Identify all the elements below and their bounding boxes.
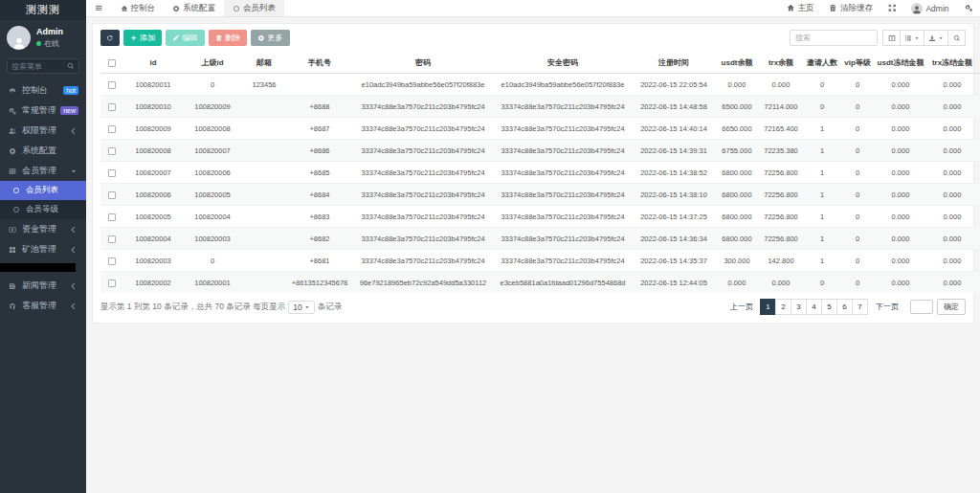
sidebar-item-permission[interactable]: 权限管理 (0, 121, 86, 141)
news-icon (8, 282, 17, 290)
tab-system-config[interactable]: 系统配置 (164, 0, 224, 16)
gears-icon (965, 4, 973, 12)
search-icon (953, 34, 961, 42)
fullscreen-search-button[interactable] (947, 30, 966, 46)
settings-button[interactable] (957, 0, 980, 16)
pencil-icon (172, 34, 180, 42)
sidebar-item-general[interactable]: 常规管理new (0, 101, 86, 121)
table-row: 1008200110123456e10adc3949ba59abbe56e057… (100, 74, 980, 96)
pagination-jump-input[interactable] (910, 300, 933, 314)
row-checkbox[interactable] (108, 169, 116, 177)
table-row: 100820009100820008+868733374c88e3a7570c2… (100, 118, 980, 140)
pagination-page-6[interactable]: 6 (836, 299, 853, 315)
table-row: 100820002100820001+861351234567896e79218… (100, 272, 980, 294)
content: 添加 编辑 删除 更多 id上级id邮箱手机号密码安全密码注册时间usdt余额t… (86, 17, 980, 493)
row-checkbox[interactable] (108, 125, 116, 133)
sidebar-item-system-config[interactable]: 系统配置 (0, 141, 86, 161)
tab-label: 控制台 (131, 3, 156, 14)
pagination-go-button[interactable]: 确定 (937, 299, 966, 315)
redacted-menu-item (0, 263, 76, 272)
topbar-right: 主页 清除缓存 Admin (779, 0, 980, 16)
sidebar-toggle-button[interactable] (86, 0, 112, 16)
user-menu[interactable]: Admin (903, 0, 956, 16)
tab-console[interactable]: 控制台 (112, 0, 165, 16)
home-link[interactable]: 主页 (779, 0, 822, 16)
tab-label: 系统配置 (183, 3, 215, 14)
pagination-page-7[interactable]: 7 (852, 299, 868, 315)
cell-usdt-frozen: 0.000 (874, 184, 927, 206)
refresh-button[interactable] (100, 30, 120, 46)
chevron-left-icon (69, 303, 78, 310)
export-icon (928, 34, 936, 42)
cell-usdt-balance: 6500.000 (715, 96, 759, 118)
topbar-tabs: 控制台系统配置会员列表 (112, 0, 285, 16)
columns-button[interactable] (882, 30, 901, 46)
pagination-page-5[interactable]: 5 (821, 299, 837, 315)
clear-cache-button[interactable]: 清除缓存 (821, 0, 880, 16)
cell-trx-balance: 0.000 (759, 272, 803, 294)
row-checkbox[interactable] (108, 147, 116, 155)
members-table: id上级id邮箱手机号密码安全密码注册时间usdt余额trx余额邀请人数vip等… (100, 53, 980, 293)
row-checkbox[interactable] (108, 235, 116, 243)
row-checkbox[interactable] (108, 191, 116, 199)
pagination-prev[interactable]: 上一页 (725, 299, 758, 315)
row-checkbox[interactable] (108, 280, 116, 287)
pagination-page-1[interactable]: 1 (760, 299, 776, 315)
cell-parent-id: 100820009 (183, 96, 242, 118)
edit-button[interactable]: 编辑 (166, 30, 205, 46)
pagination-page-2[interactable]: 2 (775, 299, 791, 315)
sidebar-search-input[interactable] (11, 62, 67, 71)
row-checkbox[interactable] (108, 81, 116, 89)
row-checkbox[interactable] (108, 213, 116, 221)
select-all-checkbox[interactable] (108, 59, 116, 67)
column-header-vip-level: vip等级 (841, 53, 874, 74)
add-label: 添加 (140, 33, 155, 43)
pagination-page-3[interactable]: 3 (791, 299, 807, 315)
sidebar-item-label: 新闻管理 (22, 280, 56, 292)
sidebar-item-funds[interactable]: 资金管理 (0, 219, 86, 239)
cell-vip-level: 0 (841, 250, 874, 272)
cell-trx-frozen: 0.000 (927, 74, 977, 96)
sidebar-item-news[interactable]: 新闻管理 (0, 276, 86, 296)
sidebar-item-mining-pool[interactable]: 矿池管理 (0, 239, 86, 259)
toggle-view-button[interactable] (900, 30, 924, 46)
page-size-value: 10 (293, 303, 301, 312)
cell-vip-level: 0 (841, 228, 874, 250)
table-search-input[interactable] (790, 30, 878, 46)
sidebar-item-support[interactable]: 客服管理 (0, 296, 86, 316)
pagination-next[interactable]: 下一页 (871, 299, 903, 315)
sidebar-item-console[interactable]: 控制台hot (0, 80, 86, 101)
cell-id: 100820010 (123, 96, 183, 118)
sidebar-item-member[interactable]: 会员管理 (0, 161, 86, 181)
delete-button[interactable]: 删除 (209, 30, 248, 46)
cell-security-password: 33374c88e3a7570c211c203b4795fc24 (493, 184, 633, 206)
export-button[interactable] (924, 30, 948, 46)
cell-email (242, 140, 286, 162)
column-header-phone: 手机号 (286, 53, 353, 74)
sidebar-item-member-list[interactable]: 会员列表 (0, 181, 86, 200)
table-row: 100820007100820006+868533374c88e3a7570c2… (100, 162, 980, 184)
cell-email (242, 228, 286, 250)
cell-security-password: e3ceb5881a0a1fdaad01296d7554868d (493, 272, 633, 294)
cell-invite-count: 1 (803, 206, 841, 228)
table-row: 100820005100820004+868333374c88e3a7570c2… (100, 206, 980, 228)
row-checkbox[interactable] (108, 258, 116, 265)
pagination: 上一页 1234567 下一页 确定 (723, 299, 966, 315)
sidebar-item-member-level[interactable]: 会员等级 (0, 200, 86, 219)
cogs-icon (8, 107, 17, 115)
cell-password: 33374c88e3a7570c211c203b4795fc24 (353, 228, 493, 250)
page-size-select[interactable]: 10 (288, 301, 314, 314)
trash-icon (215, 34, 223, 42)
cell-trx-frozen: 0.000 (927, 118, 977, 140)
cell-security-password: 33374c88e3a7570c211c203b4795fc24 (493, 228, 633, 250)
fullscreen-button[interactable] (880, 0, 904, 16)
more-button[interactable]: 更多 (251, 30, 290, 46)
hamburger-icon (95, 4, 103, 12)
cell-register-time: 2022-06-15 22:05:54 (633, 74, 715, 96)
add-button[interactable]: 添加 (123, 30, 163, 46)
cell-trx-frozen: 0.000 (927, 250, 977, 272)
tab-member-list[interactable]: 会员列表 (224, 0, 284, 16)
sidebar: 测测测 Admin 在线 控制台hot常规管理new权限管理系统配置会员管理会员… (0, 0, 86, 493)
pagination-page-4[interactable]: 4 (806, 299, 822, 315)
row-checkbox[interactable] (108, 103, 116, 111)
